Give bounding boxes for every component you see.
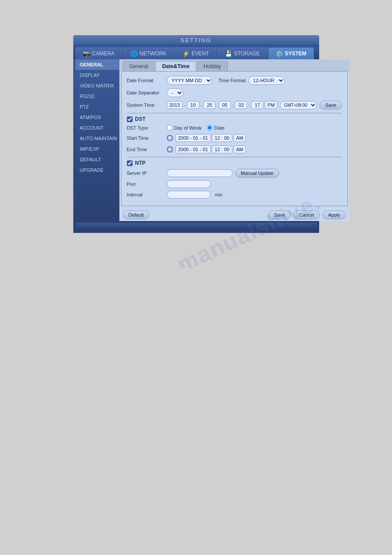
date-separator-select[interactable]: - / . — [167, 88, 183, 97]
interval-label: Interval — [127, 192, 164, 197]
end-time-display: 2000 - 01 - 01 12 : 00 AM — [176, 145, 246, 153]
time-minute: 02 — [235, 101, 247, 109]
server-ip-input[interactable]: time.windows.com — [167, 169, 233, 177]
apply-button[interactable]: Apply — [323, 210, 346, 219]
sub-tab-general[interactable]: General — [123, 61, 155, 71]
sidebar-item-auto-maintain[interactable]: AUTO MAINTAIN — [76, 133, 119, 144]
system-time-label: System Time — [127, 102, 164, 108]
start-time-display: 2000 - 01 - 01 12 : 00 AM — [176, 134, 246, 142]
start-time: 12 : 00 — [212, 134, 232, 142]
save-button[interactable]: Save — [268, 210, 291, 219]
port-row: Port 123 — [127, 180, 342, 188]
time-format-label: Time Format — [215, 78, 246, 83]
tab-system[interactable]: ⚙️ SYSTEM — [268, 47, 314, 59]
start-time-row: Start Time 2000 - 01 - 01 12 : 00 AM — [127, 134, 342, 142]
time-ampm: PM — [265, 101, 277, 109]
system-time-display: 2013 - 10 - 25 05 : 02 : 17 PM — [167, 101, 277, 109]
tab-event-label: EVENT — [191, 51, 209, 57]
sidebar-item-general[interactable]: GENERAL — [76, 59, 119, 70]
form-area: Date Format YYYY MM DD MM DD YYYY DD MM … — [121, 71, 348, 206]
time-format-select[interactable]: 12-HOUR 24-HOUR — [248, 76, 285, 85]
dst-type-row: DST Type Day of Week Date — [127, 125, 342, 131]
port-input[interactable]: 123 — [167, 180, 211, 188]
start-ampm: AM — [234, 134, 246, 142]
section-divider-2 — [127, 157, 342, 157]
system-time-row: System Time 2013 - 10 - 25 05 : 02 : — [127, 101, 342, 109]
dst-checkbox-row: DST — [127, 116, 342, 122]
tab-network[interactable]: 🌐 NETWORK — [123, 47, 174, 59]
content-area: GENERAL DISPLAY VIDEO MATRIX RS232 PTZ — [76, 59, 317, 221]
sub-tabs: General Date&Time Holiday — [119, 59, 350, 71]
gmt-select[interactable]: GMT+08:00 GMT+00:00 GMT-05:00 — [280, 101, 317, 109]
date-format-select[interactable]: YYYY MM DD MM DD YYYY DD MM YYYY — [167, 76, 212, 85]
end-time-row: End Time 2000 - 01 - 01 12 : 00 AM — [127, 145, 342, 153]
sidebar: GENERAL DISPLAY VIDEO MATRIX RS232 PTZ — [76, 59, 119, 221]
end-time-clock-icon — [167, 146, 173, 152]
tab-camera-label: CAMERA — [92, 51, 115, 57]
manual-update-button[interactable]: Manual Update — [235, 169, 280, 178]
sidebar-item-ptz[interactable]: PTZ — [76, 102, 119, 112]
tab-storage[interactable]: 💾 STORAGE — [217, 47, 267, 59]
bottom-buttons: Default Save Cancel Apply — [119, 208, 350, 221]
storage-icon: 💾 — [225, 50, 232, 57]
sub-tab-holiday[interactable]: Holiday — [197, 61, 228, 71]
sidebar-item-rs232[interactable]: RS232 — [76, 91, 119, 102]
cancel-button[interactable]: Cancel — [293, 210, 320, 219]
sidebar-item-account[interactable]: ACCOUNT — [76, 123, 119, 133]
tab-event[interactable]: ⚡ EVENT — [175, 47, 216, 59]
tab-storage-label: STORAGE — [234, 51, 259, 57]
dst-type-label: DST Type — [127, 125, 164, 131]
radio-date[interactable]: Date — [207, 125, 224, 131]
sidebar-item-upgrade[interactable]: UPGRADE — [76, 165, 119, 175]
radio-day-of-week[interactable]: Day of Week — [167, 125, 202, 131]
dst-checkbox[interactable] — [127, 116, 133, 122]
end-time-label: End Time — [127, 147, 164, 152]
tab-system-label: SYSTEM — [285, 51, 306, 57]
start-time-label: Start Time — [127, 135, 164, 141]
network-icon: 🌐 — [130, 50, 138, 57]
tab-network-label: NETWORK — [140, 51, 166, 57]
port-label: Port — [127, 181, 164, 187]
camera-icon: 📷 — [83, 50, 90, 57]
top-nav: 📷 CAMERA 🌐 NETWORK ⚡ EVENT 💾 STORAGE ⚙️ — [74, 46, 319, 59]
bottom-bar — [76, 223, 317, 229]
sub-tab-date-time[interactable]: Date&Time — [155, 61, 196, 71]
dst-label: DST — [135, 116, 146, 122]
section-divider-1 — [127, 113, 342, 113]
end-ampm: AM — [234, 145, 246, 153]
time-year: 2013 — [167, 101, 183, 109]
interval-input[interactable]: 60 — [167, 191, 211, 199]
start-time-clock-icon — [167, 135, 173, 141]
ntp-checkbox[interactable] — [127, 160, 133, 166]
setting-title: SETTING — [180, 37, 211, 44]
time-day: 25 — [203, 101, 216, 109]
interval-unit: min — [215, 192, 223, 197]
date-separator-row: Date Separator - / . — [127, 88, 342, 97]
start-date: 2000 - 01 - 01 — [176, 134, 211, 142]
system-icon: ⚙️ — [276, 50, 283, 57]
sidebar-item-atm-pos[interactable]: ATM/POS — [76, 112, 119, 123]
bottom-right-btns: Save Cancel Apply — [268, 210, 346, 219]
interval-row: Interval 60 min — [127, 191, 342, 199]
inline-save-button[interactable]: Save — [320, 101, 342, 109]
time-month: 10 — [187, 101, 199, 109]
default-button[interactable]: Default — [123, 210, 150, 219]
sidebar-item-video-matrix[interactable]: VIDEO MATRIX — [76, 80, 119, 91]
sidebar-item-default[interactable]: DEFAULT — [76, 154, 119, 165]
ntp-checkbox-row: NTP — [127, 160, 342, 166]
ntp-label: NTP — [135, 160, 146, 166]
server-ip-row: Server IP time.windows.com Manual Update — [127, 169, 342, 178]
right-panel: General Date&Time Holiday Date F — [119, 59, 350, 221]
date-format-row: Date Format YYYY MM DD MM DD YYYY DD MM … — [127, 76, 342, 85]
time-hour: 05 — [219, 101, 231, 109]
event-icon: ⚡ — [182, 50, 190, 57]
sidebar-item-display[interactable]: DISPLAY — [76, 70, 119, 80]
end-date: 2000 - 01 - 01 — [176, 145, 211, 153]
tab-camera[interactable]: 📷 CAMERA — [76, 47, 122, 59]
sidebar-item-imp-exp[interactable]: IMP/EXP — [76, 144, 119, 154]
dst-type-radio-group: Day of Week Date — [167, 125, 225, 131]
date-format-label: Date Format — [127, 78, 164, 83]
setting-title-bar: SETTING — [73, 35, 319, 45]
server-ip-label: Server IP — [127, 170, 164, 176]
time-second: 17 — [251, 101, 263, 109]
